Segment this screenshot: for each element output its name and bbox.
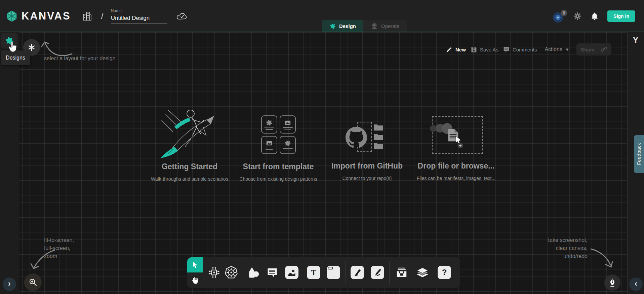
toolbar-divider (346, 261, 346, 284)
template-spiral-icon (284, 140, 291, 147)
feedback-label: Feedback (636, 143, 642, 165)
template-mini-card (261, 136, 277, 154)
left-rail (0, 32, 19, 294)
dock-y-icon[interactable]: Y (627, 35, 644, 45)
header-left: KANVAS / Name (5, 0, 188, 32)
repo-folders-icon (373, 123, 384, 151)
toolbar-divider (242, 261, 242, 284)
canvas-actions-hint-text: take screenshot, clear canvas, undo/redo (520, 236, 588, 260)
new-button[interactable]: New (446, 46, 466, 53)
app-header: KANVAS / Name Design (0, 0, 644, 32)
cloud-sync-icon (176, 11, 188, 21)
notification-badge: 0 (561, 10, 567, 16)
toolbar-divider (203, 261, 203, 284)
sign-in-button[interactable]: Sign In (607, 10, 635, 22)
designs-tooltip-label: Designs (6, 55, 25, 61)
layout-hint-arrow (40, 38, 75, 59)
zoom-button[interactable] (24, 273, 42, 291)
notifications-bell-icon[interactable] (591, 12, 599, 21)
vector-pen-tool-button[interactable] (350, 265, 365, 280)
expand-right-panel-button[interactable]: ‹ (629, 278, 643, 291)
pan-tool-button[interactable] (187, 272, 203, 288)
comments-icon (503, 46, 510, 53)
zoom-hint-arrow (29, 248, 58, 274)
share-button[interactable]: Share (576, 43, 611, 56)
design-action-bar: New Save As Comments Actions ▼ Share (446, 43, 611, 56)
actions-caret-icon: ▼ (565, 47, 569, 52)
tab-operate[interactable]: Operate (363, 20, 407, 32)
template-mini-card (280, 115, 296, 134)
expand-left-panel-button[interactable]: › (3, 278, 16, 291)
share-label: Share (581, 47, 595, 52)
settings-gear-icon[interactable] (573, 12, 582, 21)
card-drop-title[interactable]: Drop file or browse... (399, 161, 513, 171)
save-floppy-icon (470, 46, 477, 53)
help-tool-button[interactable]: ? (437, 265, 452, 280)
note-tool-button[interactable] (326, 265, 341, 280)
comments-button[interactable]: Comments (503, 46, 537, 53)
feedback-tab[interactable]: Feedback (634, 135, 644, 173)
pencil-scribble-icon (371, 266, 384, 279)
design-name-input[interactable] (111, 14, 167, 24)
vector-pen-icon (351, 266, 364, 279)
actions-dropdown[interactable]: Actions ▼ (545, 46, 569, 52)
note-icon (327, 266, 340, 279)
template-mini-card (280, 136, 296, 154)
kanvas-app: KANVAS / Name Design (0, 0, 644, 294)
new-pencil-icon (446, 46, 453, 53)
card-drop-subtitle: Files can be manifests, images, text... (396, 176, 517, 181)
tab-operate-label: Operate (381, 23, 399, 29)
comment-tool-button[interactable] (265, 265, 280, 280)
component-tool-button[interactable] (206, 265, 222, 280)
github-icon[interactable] (346, 126, 367, 148)
comments-label: Comments (513, 47, 537, 52)
template-spiral-icon (266, 119, 273, 126)
drawer-tool-button[interactable] (394, 265, 409, 280)
tab-design[interactable]: Design (322, 20, 363, 32)
chevron-right-icon: › (8, 280, 11, 289)
organization-icon[interactable] (82, 11, 92, 22)
save-as-button[interactable]: Save As (470, 46, 498, 53)
shapes-tool-button[interactable] (245, 265, 261, 280)
template-image-icon (265, 140, 274, 147)
breadcrumb-separator: / (101, 11, 104, 22)
header-right: 0 Sign In (553, 0, 635, 32)
comment-bubble-icon (266, 266, 278, 279)
new-label: New (455, 47, 466, 52)
mode-tabs: Design Operate (322, 20, 407, 32)
logo-text: KANVAS (22, 10, 71, 22)
add-file-plus-icon: + (457, 143, 463, 148)
zoom-in-magnifier-icon (29, 278, 37, 287)
design-name-field: Name (111, 8, 167, 24)
canvas-actions-button[interactable] (604, 274, 620, 291)
getting-started-rocket-illustration[interactable] (153, 107, 227, 160)
image-icon (285, 266, 298, 279)
design-tab-icon (329, 23, 336, 30)
chevron-left-icon: ‹ (635, 280, 637, 289)
toolbar-divider (389, 261, 390, 284)
share-link-icon (600, 46, 607, 53)
kanvas-logo-icon[interactable] (5, 10, 18, 23)
kubernetes-tool-button[interactable] (224, 265, 239, 280)
canvas-accent-line (0, 32, 644, 32)
template-grid-illustration[interactable] (261, 115, 296, 154)
freehand-draw-tool-button[interactable] (370, 265, 385, 280)
component-chip-icon (208, 266, 220, 279)
canvas-actions-hint-arrow (589, 246, 615, 271)
select-tool-button[interactable] (187, 257, 203, 272)
save-as-label: Save As (480, 47, 498, 52)
user-avatar[interactable]: 0 (553, 10, 564, 22)
image-tool-button[interactable] (284, 265, 299, 280)
template-mini-card (261, 115, 277, 134)
shapes-icon (247, 266, 259, 279)
drawer-archive-icon (395, 266, 408, 279)
text-tool-button[interactable]: T (306, 265, 321, 280)
template-image-icon (283, 119, 292, 126)
layers-icon (416, 266, 429, 279)
layers-tool-button[interactable] (415, 265, 430, 280)
actions-label: Actions (545, 46, 562, 52)
tab-design-label: Design (339, 23, 356, 29)
help-question-icon: ? (438, 266, 451, 279)
hand-icon (192, 276, 199, 284)
pen-nib-icon (608, 278, 616, 287)
